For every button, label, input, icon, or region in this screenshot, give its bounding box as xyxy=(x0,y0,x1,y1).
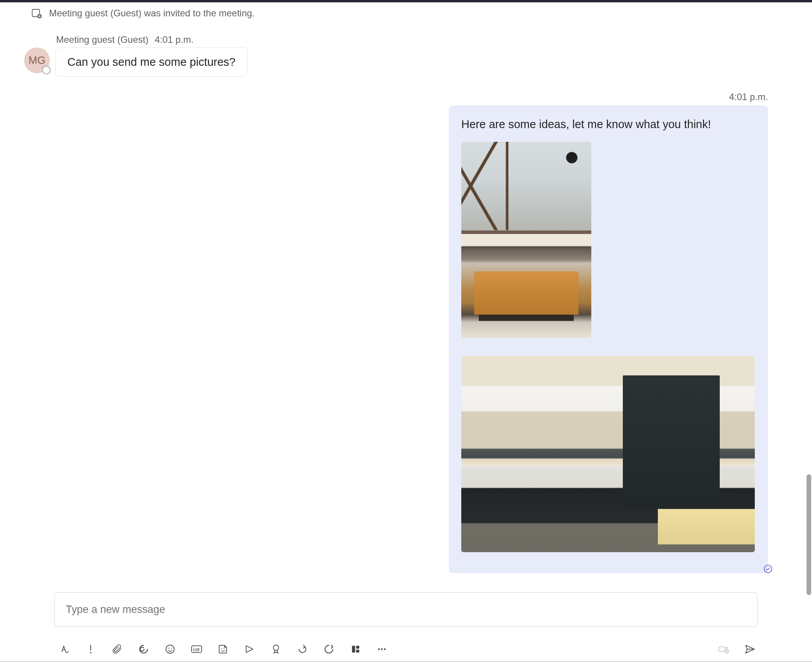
sticker-icon[interactable] xyxy=(216,643,230,656)
svg-point-3 xyxy=(90,652,91,653)
avatar[interactable]: MG xyxy=(24,48,50,73)
stream-icon[interactable] xyxy=(322,643,336,656)
message-bubble[interactable]: Can you send me some pictures? xyxy=(55,48,248,77)
message-list[interactable]: Meeting guest (Guest) was invited to the… xyxy=(0,2,812,581)
message-text: Can you send me some pictures? xyxy=(67,56,236,68)
chat-app: Meeting guest (Guest) was invited to the… xyxy=(0,0,812,662)
send-icon[interactable] xyxy=(743,643,757,656)
message-text: Here are some ideas, let me know what yo… xyxy=(461,118,756,131)
scrollbar-thumb[interactable] xyxy=(807,474,811,595)
system-message-text: Meeting guest (Guest) was invited to the… xyxy=(49,8,255,19)
avatar-initials: MG xyxy=(28,55,46,67)
svg-point-17 xyxy=(384,648,386,650)
received-message[interactable]: MG Can you send me some pictures? xyxy=(0,47,812,79)
attachments xyxy=(461,142,756,552)
message-input[interactable] xyxy=(54,592,758,627)
svg-rect-13 xyxy=(356,646,359,649)
message-time: 4:01 p.m. xyxy=(155,34,193,45)
viva-icon[interactable] xyxy=(296,643,309,656)
sender-name: Meeting guest (Guest) xyxy=(56,34,148,45)
calendar-add-icon xyxy=(30,7,43,19)
sent-message-meta: 4:01 p.m. xyxy=(0,79,812,105)
attachment-image[interactable] xyxy=(461,356,755,552)
message-time: 4:01 p.m. xyxy=(729,92,768,102)
svg-point-5 xyxy=(168,648,169,649)
composer-toolbar: GIF xyxy=(0,634,812,661)
svg-point-15 xyxy=(378,648,380,650)
svg-point-16 xyxy=(381,648,383,650)
share-tab-icon[interactable] xyxy=(243,643,256,656)
attachment-image[interactable] xyxy=(461,142,591,338)
svg-point-4 xyxy=(166,645,174,653)
svg-point-9 xyxy=(221,648,222,649)
svg-rect-14 xyxy=(356,650,359,653)
message-bubble[interactable]: Here are some ideas, let me know what yo… xyxy=(449,106,768,573)
system-message-row: Meeting guest (Guest) was invited to the… xyxy=(0,2,812,23)
attach-icon[interactable] xyxy=(111,643,124,656)
priority-icon[interactable] xyxy=(84,643,97,656)
video-clip-icon[interactable] xyxy=(717,643,730,656)
format-icon[interactable] xyxy=(58,643,71,656)
svg-point-10 xyxy=(223,648,224,649)
svg-point-2 xyxy=(764,565,772,573)
svg-text:GIF: GIF xyxy=(193,648,200,652)
svg-point-11 xyxy=(273,645,279,650)
emoji-icon[interactable] xyxy=(163,643,177,656)
seen-check-icon xyxy=(763,564,773,576)
toolbar-left: GIF xyxy=(58,643,388,656)
more-icon[interactable] xyxy=(375,643,388,656)
toolbar-right xyxy=(717,643,757,656)
svg-rect-18 xyxy=(719,647,725,651)
gif-icon[interactable]: GIF xyxy=(190,643,203,656)
approvals-icon[interactable] xyxy=(269,643,283,656)
actions-icon[interactable] xyxy=(349,643,362,656)
svg-point-6 xyxy=(171,648,172,649)
svg-rect-12 xyxy=(352,646,355,653)
presence-indicator xyxy=(42,66,51,74)
composer xyxy=(0,581,812,634)
sent-message[interactable]: Here are some ideas, let me know what yo… xyxy=(0,105,812,576)
loop-icon[interactable] xyxy=(137,643,150,656)
received-message-meta: Meeting guest (Guest) 4:01 p.m. xyxy=(0,23,812,47)
